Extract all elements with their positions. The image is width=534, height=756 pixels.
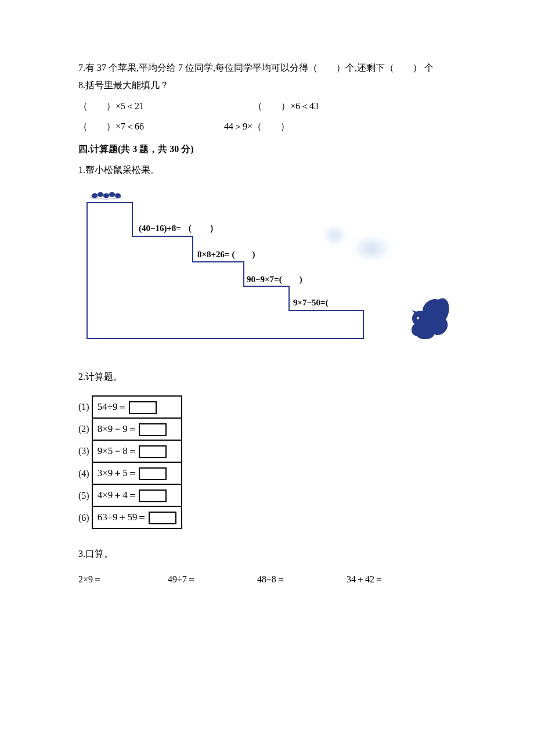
calc-expr-1: 54÷9＝ [98,401,128,412]
step-1-expr: (40−16)÷8= （ ） [139,223,218,234]
svg-point-4 [115,193,121,198]
calc-table-wrap: (1) (2) (3) (4) (5) (6) 54÷9＝ 8×9－9＝ 9×5… [78,395,459,529]
calc-label-4: (4) [78,463,89,485]
calc-label-2: (2) [78,418,89,440]
mental-1: 2×9＝ [78,572,165,587]
squirrel-stairs-diagram: (40−16)÷8= （ ） 8×8+26= ( ) 90−9×7=( ) 9×… [78,189,415,352]
step-4-expr: 9×7−50=( [293,298,329,308]
mental-4: 34＋42＝ [347,572,434,587]
mental-2: 49÷7＝ [168,572,255,587]
svg-point-3 [109,192,115,197]
question-4-1-title: 1.帮小松鼠采松果。 [78,163,459,178]
calc-table: 54÷9＝ 8×9－9＝ 9×5－8＝ 3×9＋5＝ 4×9＋4＝ 63÷9＋5… [92,395,182,529]
smudge [351,235,392,262]
calc-label-5: (5) [78,485,89,507]
answer-box [139,445,167,458]
calc-label-3: (3) [78,440,89,462]
answer-box [139,489,167,502]
question-8-title: 8.括号里最大能填几？ [78,78,459,93]
svg-point-6 [414,314,426,325]
calc-label-1: (1) [78,396,89,418]
q8-item-a: （ ）×5＜21 [78,100,144,113]
question-4-3-title: 3.口算。 [78,546,459,561]
q8-item-b: （ ）×6＜43 [253,100,319,113]
section-4-title: 四.计算题(共 3 题，共 30 分) [78,143,459,156]
q8-item-c: （ ）×7＜66 [78,121,144,133]
svg-point-7 [417,317,419,319]
mental-arithmetic-row: 2×9＝ 49÷7＝ 48÷8＝ 34＋42＝ [78,572,459,587]
svg-point-0 [92,193,98,198]
step-2-expr: 8×8+26= ( ) [197,249,255,260]
squirrel-icon [406,293,453,345]
answer-box [149,512,176,524]
svg-point-2 [103,193,109,198]
calc-row-labels: (1) (2) (3) (4) (5) (6) [78,395,92,529]
step-3-expr: 90−9×7=( ) [247,274,302,285]
question-8-row-1: （ ）×5＜21 （ ）×6＜43 [78,100,459,113]
svg-point-5 [416,325,432,339]
answer-box [129,401,157,414]
svg-point-1 [98,192,103,197]
answer-box [139,423,167,436]
calc-expr-5: 4×9＋4＝ [98,489,138,501]
answer-box [139,467,167,480]
calc-expr-6: 63÷9＋59＝ [98,512,147,523]
question-8-row-2: （ ）×7＜66 44＞9×（ ） [78,121,459,133]
calc-expr-3: 9×5－8＝ [98,445,138,456]
mental-3: 48÷8＝ [257,572,344,587]
calc-expr-2: 8×9－9＝ [98,423,138,434]
question-7: 7.有 37 个苹果,平均分给 7 位同学,每位同学平均可以分得（ ）个,还剩下… [78,60,459,75]
question-4-2-title: 2.计算题。 [78,369,459,384]
pinecone-icon [89,189,124,202]
calc-label-6: (6) [78,507,89,529]
q8-item-d: 44＞9×（ ） [224,121,290,133]
smudge [322,224,348,246]
calc-expr-4: 3×9＋5＝ [98,467,138,478]
